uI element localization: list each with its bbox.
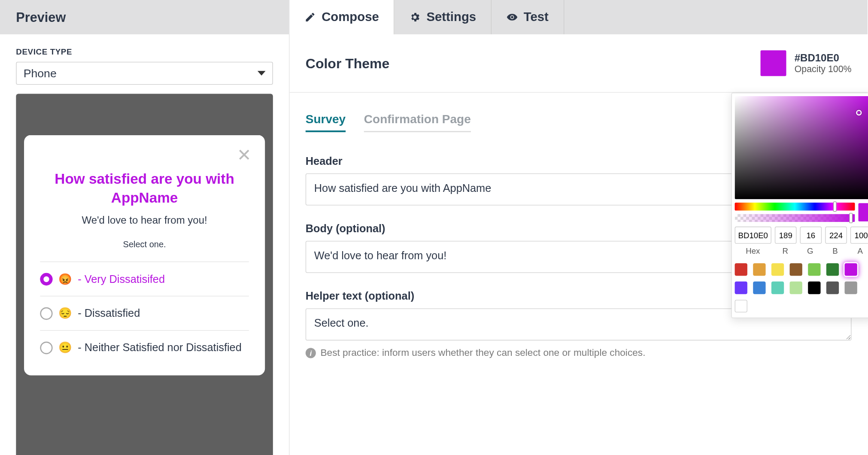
option-label: - Very Dissatisifed: [78, 273, 165, 285]
survey-preview-card: ✕ How satisfied are you with AppName We'…: [24, 135, 265, 376]
tab-label: Settings: [426, 10, 476, 25]
preset-swatch[interactable]: [790, 282, 802, 294]
survey-option[interactable]: 😐 - Neither Satisfied nor Dissatisfied: [40, 330, 249, 364]
tab-label: Compose: [322, 10, 379, 25]
preset-swatch[interactable]: [808, 263, 820, 276]
chevron-down-icon: [258, 71, 266, 76]
preset-swatch[interactable]: [826, 282, 839, 294]
preset-swatch[interactable]: [845, 263, 857, 276]
option-label: - Neither Satisfied nor Dissatisfied: [78, 341, 241, 354]
best-practice-text: Best practice: inform users whether they…: [320, 347, 645, 359]
color-theme-heading: Color Theme: [306, 55, 390, 71]
device-type-value: Phone: [24, 67, 57, 80]
alpha-thumb[interactable]: [849, 213, 853, 223]
survey-preview-title: How satisfied are you with AppName: [40, 170, 249, 207]
info-icon: i: [306, 348, 316, 358]
option-emoji: 😔: [58, 306, 72, 320]
tab-label: Test: [524, 10, 549, 25]
g-label: G: [799, 246, 821, 255]
device-type-select[interactable]: Phone: [16, 62, 273, 85]
tabs-row: Compose Settings Test: [289, 0, 867, 34]
saturation-value-field[interactable]: [735, 96, 868, 199]
preset-swatch[interactable]: [735, 263, 747, 276]
preset-swatch[interactable]: [735, 300, 747, 312]
b-input[interactable]: [825, 227, 847, 244]
alpha-slider[interactable]: [735, 214, 855, 222]
r-label: R: [774, 246, 796, 255]
device-type-label: DEVICE TYPE: [0, 34, 289, 62]
tab-compose[interactable]: Compose: [289, 0, 394, 34]
phone-preview-frame: ✕ How satisfied are you with AppName We'…: [16, 94, 273, 455]
color-theme-opacity: Opacity 100%: [795, 64, 852, 74]
preset-swatch[interactable]: [845, 282, 857, 294]
tab-settings[interactable]: Settings: [395, 0, 492, 34]
preset-swatch[interactable]: [808, 282, 820, 294]
survey-preview-body: We'd love to hear from you!: [40, 215, 249, 227]
a-label: A: [850, 246, 868, 255]
gear-icon: [409, 12, 421, 23]
option-emoji: 😡: [58, 273, 72, 286]
pencil-icon: [304, 12, 316, 23]
hue-thumb[interactable]: [833, 201, 837, 212]
subtab-confirmation[interactable]: Confirmation Page: [364, 112, 471, 132]
color-picker-popover: Hex R G B A: [731, 93, 868, 318]
color-theme-swatch[interactable]: [761, 50, 786, 76]
tab-test[interactable]: Test: [492, 0, 564, 34]
color-theme-hex: #BD10E0: [795, 52, 852, 64]
preset-swatch[interactable]: [771, 263, 784, 276]
radio-icon: [40, 273, 52, 285]
a-input[interactable]: [850, 227, 868, 244]
preview-heading: Preview: [0, 0, 289, 34]
survey-preview-helper: Select one.: [40, 239, 249, 249]
hex-label: Hex: [735, 246, 771, 255]
subtab-survey[interactable]: Survey: [306, 112, 346, 132]
preset-swatch[interactable]: [753, 282, 765, 294]
close-icon[interactable]: ✕: [237, 146, 251, 164]
eye-icon: [507, 12, 518, 23]
g-input[interactable]: [800, 227, 822, 244]
preset-swatches: [735, 263, 868, 312]
preset-swatch[interactable]: [790, 263, 802, 276]
current-color-swatch: [858, 203, 868, 221]
r-input[interactable]: [775, 227, 797, 244]
option-label: - Dissatisfied: [78, 307, 140, 319]
hex-input[interactable]: [735, 227, 771, 244]
preset-swatch[interactable]: [735, 282, 747, 294]
preset-swatch[interactable]: [826, 263, 839, 276]
b-label: B: [824, 246, 846, 255]
sv-cursor[interactable]: [856, 110, 862, 115]
option-emoji: 😐: [58, 341, 72, 354]
survey-option[interactable]: 😔 - Dissatisfied: [40, 296, 249, 330]
hue-slider[interactable]: [735, 203, 855, 211]
preset-swatch[interactable]: [753, 263, 765, 276]
radio-icon: [40, 341, 52, 354]
survey-option[interactable]: 😡 - Very Dissatisifed: [40, 261, 249, 296]
preset-swatch[interactable]: [771, 282, 784, 294]
radio-icon: [40, 307, 52, 319]
